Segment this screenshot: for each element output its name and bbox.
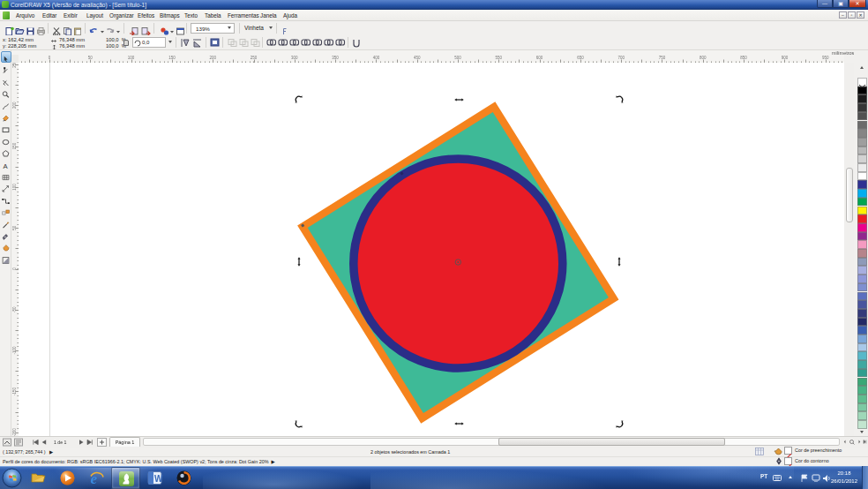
svg-text:A: A: [4, 162, 9, 170]
svg-text:W: W: [154, 474, 163, 484]
